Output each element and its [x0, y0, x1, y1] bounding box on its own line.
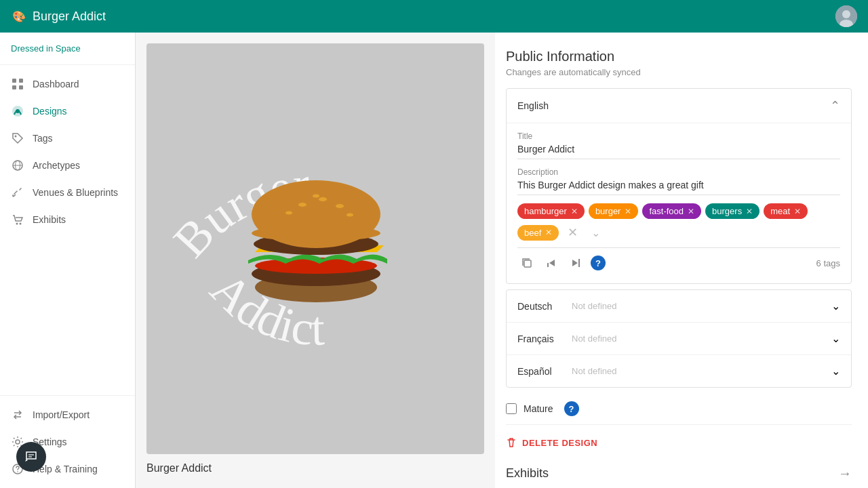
- svg-point-26: [298, 203, 307, 207]
- svg-rect-4: [19, 79, 23, 83]
- sidebar-brand: Dressed in Space: [0, 33, 135, 65]
- sidebar-item-archetypes[interactable]: Archetypes: [0, 152, 135, 179]
- content: Burger Addict: [136, 33, 868, 488]
- sidebar-item-designs-label: Designs: [33, 106, 67, 117]
- sidebar-item-exhibits-label: Exhibits: [33, 214, 66, 225]
- sidebar-item-archetypes-label: Archetypes: [33, 160, 80, 171]
- prev-tag-button[interactable]: [542, 253, 561, 272]
- svg-rect-32: [524, 260, 531, 267]
- grid-icon: [11, 77, 24, 91]
- tag-chip-fastfood[interactable]: fast-food ✕: [642, 203, 701, 219]
- title-label: Title: [517, 131, 840, 141]
- svg-point-17: [17, 471, 18, 472]
- tag-chip-beef[interactable]: beef ✕: [517, 225, 559, 241]
- designs-icon: [11, 104, 24, 118]
- languages-section: Deutsch Not defined ⌄ Français Not defin…: [506, 289, 852, 388]
- topbar: 🎨 Burger Addict: [0, 0, 868, 33]
- clear-tags-button[interactable]: ✕: [563, 223, 582, 242]
- tag-count: 6 tags: [816, 258, 840, 268]
- tag-actions-left: ?: [517, 253, 606, 272]
- tags-help-button[interactable]: ?: [591, 256, 606, 270]
- sidebar-item-tags[interactable]: Tags: [0, 125, 135, 152]
- svg-point-27: [319, 197, 327, 201]
- delete-label: DELETE DESIGN: [522, 438, 597, 448]
- sidebar-item-dashboard[interactable]: Dashboard: [0, 70, 135, 98]
- svg-rect-5: [12, 85, 16, 89]
- svg-point-30: [313, 195, 319, 198]
- svg-point-14: [20, 223, 22, 225]
- close-meat-icon[interactable]: ✕: [794, 207, 801, 216]
- francais-label: Français: [517, 333, 572, 344]
- close-fastfood-icon[interactable]: ✕: [688, 207, 694, 216]
- description-label: Description: [517, 167, 840, 177]
- sidebar-item-venues-label: Venues & Blueprints: [33, 187, 118, 198]
- burger-art: Burger Addict: [146, 43, 484, 454]
- svg-rect-6: [19, 85, 23, 89]
- chat-bubble-button[interactable]: [16, 442, 46, 472]
- english-section-body: Title Burger Addict Description This Bur…: [507, 123, 851, 283]
- sidebar-item-venues[interactable]: Venues & Blueprints: [0, 179, 135, 206]
- tag-chip-hamburger[interactable]: hamburger ✕: [517, 203, 585, 219]
- tag-chip-meat[interactable]: meat ✕: [764, 203, 808, 219]
- deutsch-row[interactable]: Deutsch Not defined ⌄: [507, 290, 851, 323]
- sidebar-item-dashboard-label: Dashboard: [33, 79, 79, 89]
- sidebar: Dressed in Space Dashboard: [0, 33, 136, 488]
- next-tag-button[interactable]: [566, 253, 585, 272]
- close-burgers-icon[interactable]: ✕: [746, 207, 753, 216]
- svg-point-15: [16, 440, 20, 444]
- delete-row: DELETE DESIGN: [506, 424, 852, 455]
- deutsch-label: Deutsch: [517, 301, 572, 312]
- tag-label-burger: burger: [595, 206, 621, 216]
- description-value: This Burger Addict design makes a great …: [517, 180, 840, 195]
- mature-help-button[interactable]: ?: [564, 401, 579, 416]
- close-hamburger-icon[interactable]: ✕: [571, 207, 578, 216]
- sidebar-item-exhibits[interactable]: Exhibits: [0, 206, 135, 233]
- espanol-status: Not defined: [572, 366, 831, 376]
- title-value: Burger Addict: [517, 144, 840, 159]
- svg-rect-3: [12, 79, 16, 83]
- english-label: English: [517, 100, 549, 111]
- close-burger-icon[interactable]: ✕: [625, 207, 631, 216]
- exhibits-section[interactable]: Exhibits →: [506, 455, 852, 484]
- expand-tags-button[interactable]: ⌄: [586, 223, 605, 242]
- tag-icon: [11, 131, 24, 145]
- design-title-below: Burger Addict: [146, 460, 484, 477]
- mature-checkbox[interactable]: [506, 403, 517, 414]
- public-info-subtitle: Changes are automatically synced: [506, 67, 852, 77]
- tag-label-beef: beef: [524, 228, 541, 238]
- globe-icon: [11, 159, 24, 172]
- arrow-right-icon: →: [838, 466, 852, 481]
- avatar[interactable]: [835, 5, 857, 27]
- tag-label-hamburger: hamburger: [524, 206, 567, 216]
- svg-point-25: [252, 180, 380, 248]
- tag-label-meat: meat: [770, 206, 790, 216]
- sidebar-item-designs[interactable]: Designs: [0, 98, 135, 125]
- swap-icon: [11, 408, 24, 422]
- tag-chip-burger[interactable]: burger ✕: [589, 203, 639, 219]
- tag-chip-burgers[interactable]: burgers ✕: [705, 203, 760, 219]
- svg-point-29: [285, 211, 292, 215]
- public-info-title: Public Information: [506, 49, 852, 64]
- sidebar-item-tags-label: Tags: [33, 133, 53, 144]
- sidebar-bottom: Import/Export Settings: [0, 395, 135, 488]
- mature-label: Mature: [524, 403, 553, 414]
- svg-point-13: [16, 223, 18, 225]
- english-section-header[interactable]: English ⌃: [507, 89, 851, 123]
- palette-icon: 🎨: [11, 8, 27, 24]
- francais-row[interactable]: Français Not defined ⌄: [507, 323, 851, 355]
- copy-tags-button[interactable]: [517, 253, 536, 272]
- delete-design-button[interactable]: DELETE DESIGN: [506, 433, 597, 452]
- design-preview: Burger Addict: [146, 43, 484, 454]
- right-panel: Public Information Changes are automatic…: [495, 33, 868, 488]
- close-beef-icon[interactable]: ✕: [545, 228, 552, 237]
- sidebar-nav: Dashboard Designs: [0, 65, 135, 395]
- sidebar-item-import-export[interactable]: Import/Export: [0, 401, 135, 428]
- svg-point-9: [15, 136, 17, 138]
- exhibits-title: Exhibits: [506, 466, 549, 481]
- espanol-row[interactable]: Español Not defined ⌄: [507, 355, 851, 387]
- design-panel: Burger Addict: [136, 33, 495, 488]
- chevron-up-icon: ⌃: [830, 98, 840, 113]
- svg-point-1: [842, 10, 850, 18]
- chevron-down-deutsch-icon: ⌄: [831, 300, 840, 312]
- espanol-label: Español: [517, 366, 572, 377]
